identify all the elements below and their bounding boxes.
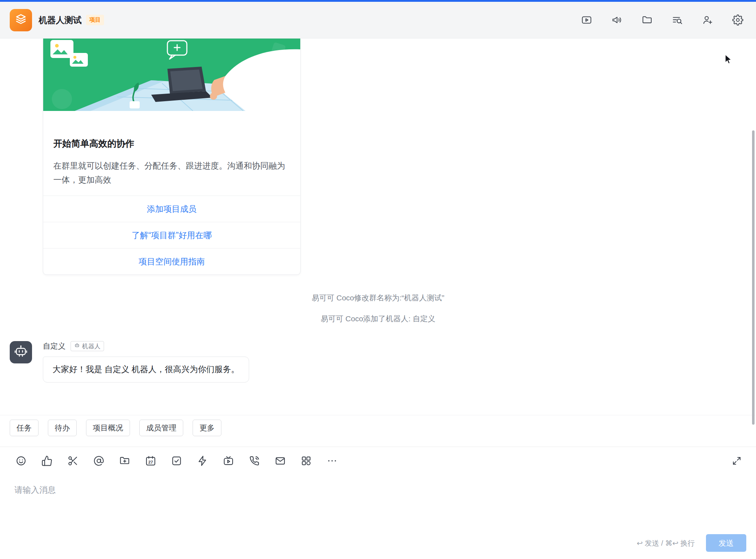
tab-todo[interactable]: 待办 <box>48 420 77 436</box>
apps-icon[interactable] <box>300 455 312 467</box>
tab-member-management[interactable]: 成员管理 <box>139 420 183 436</box>
svg-text:27: 27 <box>148 459 153 464</box>
robot-icon <box>13 344 28 361</box>
file-add-icon[interactable] <box>118 455 131 467</box>
mail-icon[interactable] <box>274 455 286 467</box>
folder-icon[interactable] <box>641 14 653 26</box>
add-member-icon[interactable] <box>701 14 714 26</box>
system-message: 易可可 Coco添加了机器人: 自定义 <box>0 314 756 324</box>
composer-toolbar: 27 <box>15 455 338 467</box>
screenshot-icon[interactable] <box>67 455 79 467</box>
settings-icon[interactable] <box>732 14 744 26</box>
tab-more[interactable]: 更多 <box>193 420 221 436</box>
onboarding-illustration <box>43 39 300 111</box>
message-input-placeholder: 请输入消息 <box>14 480 742 496</box>
project-space-guide-link[interactable]: 项目空间使用指南 <box>43 248 300 274</box>
quick-tabs: 任务 待办 项目概况 成员管理 更多 <box>10 420 221 436</box>
mention-icon[interactable] <box>93 455 105 467</box>
bot-message-bubble: 大家好！我是 自定义 机器人，很高兴为你们服务。 <box>43 357 249 383</box>
robot-badge-icon <box>74 343 80 350</box>
announcement-icon[interactable] <box>611 14 623 26</box>
header: 机器人测试 项目 <box>0 2 756 39</box>
add-project-member-link[interactable]: 添加项目成员 <box>43 196 300 222</box>
tab-tasks[interactable]: 任务 <box>10 420 39 436</box>
send-hint: ↩ 发送 / ⌘↩ 换行 <box>637 538 695 548</box>
layers-logo-icon <box>14 13 28 28</box>
send-button[interactable]: 发送 <box>706 534 746 552</box>
scrollbar[interactable] <box>752 130 755 425</box>
project-badge: 项目 <box>86 15 104 25</box>
call-icon[interactable] <box>248 455 260 467</box>
system-message: 易可可 Coco修改群名称为:“机器人测试” <box>0 293 756 303</box>
bot-avatar[interactable] <box>10 341 32 363</box>
bot-badge-label: 机器人 <box>82 342 100 350</box>
group-title: 机器人测试 <box>39 14 82 26</box>
more-icon[interactable] <box>326 455 338 467</box>
composer-divider <box>0 447 756 447</box>
search-history-icon[interactable] <box>671 14 683 26</box>
thumbs-up-icon[interactable] <box>41 455 53 467</box>
card-links: 添加项目成员 了解“项目群”好用在哪 项目空间使用指南 <box>43 196 300 274</box>
calendar-icon[interactable]: 27 <box>144 455 157 467</box>
bot-badge: 机器人 <box>71 341 104 351</box>
bot-name-row: 自定义 机器人 <box>43 341 104 352</box>
chat-area: 开始简单高效的协作 在群里就可以创建任务、分配任务、跟进进度。沟通和协同融为一体… <box>0 39 756 415</box>
video-icon[interactable] <box>222 455 234 467</box>
message-input[interactable]: 请输入消息 <box>14 480 742 527</box>
bot-name: 自定义 <box>43 341 66 351</box>
app-window: 机器人测试 项目 <box>0 0 756 559</box>
header-actions <box>580 14 744 26</box>
tab-project-overview[interactable]: 项目概况 <box>86 420 130 436</box>
card-title: 开始简单高效的协作 <box>53 138 290 149</box>
video-meeting-icon[interactable] <box>580 14 593 26</box>
card-description: 在群里就可以创建任务、分配任务、跟进进度。沟通和协同融为一体，更加高效 <box>53 159 290 187</box>
app-logo[interactable] <box>10 9 32 31</box>
footer-separator <box>0 415 756 415</box>
ding-icon[interactable] <box>196 455 208 467</box>
task-check-icon[interactable] <box>170 455 183 467</box>
expand-icon[interactable] <box>730 455 743 467</box>
emoji-icon[interactable] <box>15 455 27 467</box>
learn-project-group-link[interactable]: 了解“项目群”好用在哪 <box>43 222 300 248</box>
onboarding-card: 开始简单高效的协作 在群里就可以创建任务、分配任务、跟进进度。沟通和协同融为一体… <box>43 39 301 275</box>
